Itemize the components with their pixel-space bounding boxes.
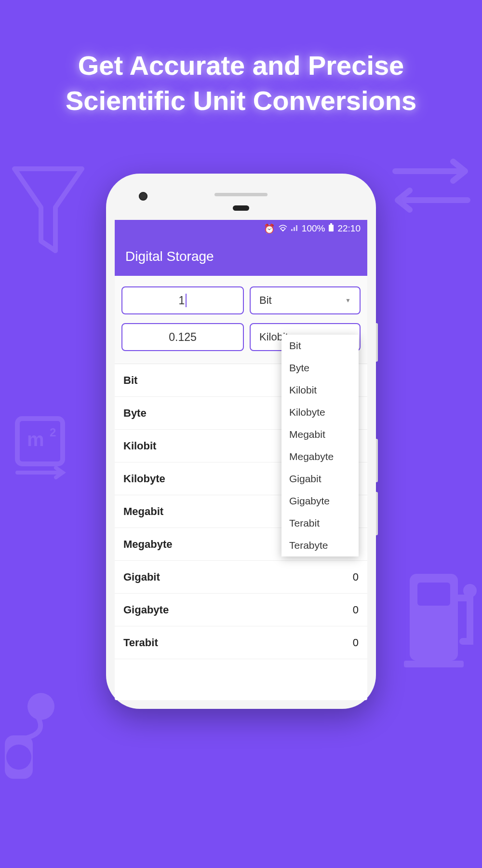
result-unit: Bit (123, 374, 137, 387)
text-cursor (186, 294, 187, 307)
svg-point-7 (27, 693, 54, 720)
result-unit: Megabyte (123, 538, 172, 551)
dropdown-option[interactable]: Gigabit (281, 468, 359, 490)
svg-rect-12 (330, 223, 332, 225)
dropdown-option[interactable]: Terabyte (281, 534, 359, 556)
battery-icon (328, 223, 334, 234)
app-screen: ⏰ 100% 22:10 Digital Storage 1 (115, 220, 367, 700)
swap-arrows-icon (390, 154, 472, 222)
svg-text:2: 2 (50, 426, 56, 439)
from-value-input[interactable]: 1 (121, 286, 244, 314)
dropdown-option[interactable]: Kilobyte (281, 401, 359, 423)
result-value: 0 (353, 571, 359, 583)
battery-text: 100% (302, 223, 325, 234)
result-row: Gigabit0 (115, 561, 367, 594)
area-m2-icon: m 2 (9, 410, 71, 482)
result-unit: Kilobyte (123, 473, 165, 485)
from-value-text: 1 (179, 294, 185, 307)
blood-pressure-icon (0, 690, 72, 786)
phone-mockup: ⏰ 100% 22:10 Digital Storage 1 (106, 174, 376, 709)
result-unit: Byte (123, 407, 147, 420)
phone-sensor (233, 205, 249, 211)
result-unit: Megabit (123, 505, 163, 518)
svg-point-9 (6, 745, 31, 770)
svg-point-6 (463, 584, 477, 597)
dropdown-option[interactable]: Megabyte (281, 446, 359, 468)
unit-dropdown-menu[interactable]: Bit Byte Kilobit Kilobyte Megabit Megaby… (281, 335, 359, 556)
wifi-icon (279, 223, 287, 234)
phone-camera (139, 192, 147, 201)
svg-rect-5 (404, 661, 464, 667)
svg-point-10 (282, 230, 283, 231)
dropdown-option[interactable]: Byte (281, 357, 359, 379)
dropdown-option[interactable]: Bit (281, 335, 359, 357)
dropdown-option[interactable]: Kilobit (281, 379, 359, 401)
to-value-output[interactable]: 0.125 (121, 323, 244, 351)
app-title: Digital Storage (125, 249, 214, 264)
result-value: 0 (353, 637, 359, 649)
dropdown-option[interactable]: Megabit (281, 423, 359, 446)
fuel-pump-icon (400, 559, 482, 670)
chevron-down-icon: ▼ (345, 297, 351, 304)
promo-headline: Get Accurate and Precise Scientific Unit… (0, 0, 482, 148)
from-unit-selector[interactable]: Bit ▼ (250, 286, 361, 314)
status-time: 22:10 (337, 223, 361, 234)
from-unit-label: Bit (259, 294, 272, 307)
funnel-icon (10, 164, 87, 260)
alarm-icon: ⏰ (264, 223, 275, 234)
dropdown-option[interactable]: Gigabyte (281, 490, 359, 512)
app-bar: Digital Storage (115, 237, 367, 276)
result-row: Terabit0 (115, 626, 367, 659)
status-bar: ⏰ 100% 22:10 (115, 220, 367, 237)
signal-icon (291, 223, 298, 234)
dropdown-option[interactable]: Terabit (281, 512, 359, 534)
to-value-text: 0.125 (169, 331, 197, 344)
result-value: 0 (353, 604, 359, 616)
result-row: Gigabyte0 (115, 594, 367, 626)
svg-rect-11 (329, 225, 334, 231)
phone-speaker (214, 193, 268, 196)
result-unit: Gigabit (123, 571, 160, 583)
result-unit: Gigabyte (123, 604, 169, 616)
result-unit: Terabit (123, 637, 158, 649)
svg-text:m: m (27, 429, 44, 450)
result-unit: Kilobit (123, 440, 156, 452)
svg-rect-4 (417, 583, 450, 606)
